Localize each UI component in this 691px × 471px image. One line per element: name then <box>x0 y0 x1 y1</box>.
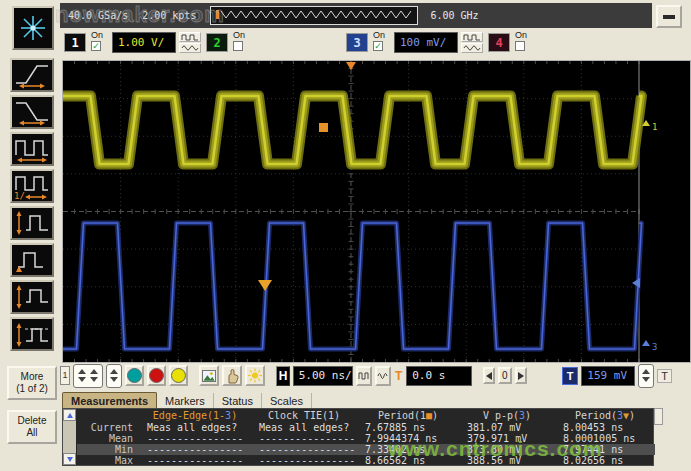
overshoot-icon <box>13 246 51 274</box>
measurement-value: 7.97441 ns <box>555 444 655 455</box>
sun-icon <box>247 367 263 384</box>
tab-measurements[interactable]: Measurements <box>62 392 157 408</box>
sample-rate: 40.0 GSa/s <box>68 10 128 21</box>
delete-all-button[interactable]: Delete All <box>7 410 57 444</box>
channel-2-on-toggle[interactable]: On <box>233 30 245 51</box>
channel-1-scale-buttons <box>179 32 201 53</box>
channel-1-button[interactable]: 1 <box>64 33 86 52</box>
channel-2-checkbox[interactable] <box>233 41 243 51</box>
frequency-icon: 1/ <box>13 172 51 200</box>
marker-color-teal-button[interactable] <box>125 365 144 386</box>
touch-button[interactable] <box>222 365 242 386</box>
measurement-value: 7.67885 ns <box>357 422 459 433</box>
left-arrow-icon <box>486 372 492 380</box>
zoom-mode-button[interactable] <box>356 366 372 386</box>
measurement-column-header[interactable]: Period(1■) <box>357 409 459 422</box>
position-zero-button[interactable]: 0 <box>498 367 512 384</box>
scroll-down-button[interactable] <box>63 453 76 465</box>
scroll-up-button[interactable] <box>63 409 76 421</box>
channel-1-checkbox[interactable]: ✓ <box>91 41 101 51</box>
channel-2-button[interactable]: 2 <box>206 33 228 52</box>
bandwidth: 6.00 GHz <box>430 10 478 21</box>
channel-3-checkbox[interactable]: ✓ <box>373 41 383 51</box>
vertical-scale-spinner[interactable] <box>106 364 123 388</box>
vmax-measure-button[interactable] <box>10 280 54 314</box>
more-measurements-button[interactable]: More (1 of 2) <box>7 366 57 400</box>
measurement-row: Min--------------------------------7.334… <box>77 444 655 455</box>
measurement-column-header[interactable]: Period(3▼) <box>555 409 655 422</box>
channel-3-fine-scale-button[interactable] <box>461 43 483 53</box>
channel-1-on-toggle[interactable]: On ✓ <box>91 30 103 51</box>
channel-4-checkbox[interactable] <box>515 41 525 51</box>
vpp-measure-button[interactable] <box>10 206 54 240</box>
preview-trigger-marker <box>216 10 219 19</box>
rise-time-measure-button[interactable] <box>10 58 54 92</box>
rise-time-icon <box>13 61 51 89</box>
display-brightness-button[interactable] <box>245 365 265 386</box>
horizontal-trigger-toolbar: 1 <box>60 363 672 388</box>
status-bar: 40.0 GSa/s 2.00 kpts 6.00 GHz <box>60 3 652 28</box>
measurement-column-header[interactable]: Clock TIE(1) <box>251 409 357 422</box>
preview-waveform-icon <box>211 7 415 22</box>
teal-circle-icon <box>127 368 142 383</box>
channel-1-coarse-scale-button[interactable] <box>179 32 201 42</box>
channel-3-coarse-scale-button[interactable] <box>461 32 483 42</box>
overshoot-measure-button[interactable] <box>10 243 54 277</box>
trigger-label: T <box>657 369 672 383</box>
acquisition-preview-bar[interactable] <box>210 6 418 25</box>
timebase-field[interactable]: 5.00 ns/ <box>293 366 354 386</box>
trigger-level-spinner[interactable] <box>638 364 654 388</box>
up-arrow-icon <box>67 413 73 418</box>
marker-color-yellow-button[interactable] <box>169 365 188 386</box>
measurement-value: Meas all edges? <box>139 422 251 433</box>
measurement-value: 8.02656 ns <box>555 455 655 466</box>
measurements-grid: Edge-Edge(1-3)Clock TIE(1)Period(1■)V p-… <box>77 409 655 466</box>
vavg-icon <box>13 320 51 348</box>
measurement-value: ---------------- <box>139 433 251 444</box>
measurement-value: ---------------- <box>251 444 357 455</box>
fall-time-measure-button[interactable] <box>10 95 54 129</box>
minimize-button[interactable] <box>656 5 682 28</box>
hand-icon <box>224 367 240 384</box>
waveform-display[interactable]: 13 <box>62 60 691 363</box>
tab-status[interactable]: Status <box>214 393 262 408</box>
measurement-column-header[interactable]: Edge-Edge(1-3) <box>139 409 251 422</box>
table-scroll-stub[interactable] <box>654 408 663 425</box>
sine-wave-icon <box>377 371 389 381</box>
trigger-menu-button[interactable]: T <box>562 367 579 385</box>
channel-3-button[interactable]: 3 <box>346 33 368 52</box>
position-right-button[interactable] <box>515 367 527 384</box>
sine-wave-icon <box>181 44 199 52</box>
position-left-button[interactable] <box>483 367 495 384</box>
starburst-icon <box>18 13 48 43</box>
waveform-mode-button[interactable] <box>375 366 391 386</box>
tab-markers[interactable]: Markers <box>157 393 214 408</box>
period-measure-button[interactable] <box>10 132 54 166</box>
channel-4-on-toggle[interactable]: On <box>515 30 527 51</box>
channel-1-fine-scale-button[interactable] <box>179 43 201 53</box>
measurement-column-header[interactable]: V p-p(3) <box>459 409 555 422</box>
vertical-position-spinners[interactable] <box>73 364 103 388</box>
horizontal-menu-button[interactable]: H <box>276 366 289 386</box>
vavg-measure-button[interactable] <box>10 317 54 351</box>
channel-1-scale-field[interactable]: 1.00 V/ <box>112 32 176 53</box>
vpp-icon <box>13 209 51 237</box>
waveform-canvas: 13 <box>63 61 690 362</box>
trigger-time-icon: T <box>394 369 403 383</box>
app-menu-button[interactable] <box>12 6 54 50</box>
square-wave-icon <box>463 33 481 41</box>
channel-4-button[interactable]: 4 <box>488 33 510 52</box>
svg-text:3: 3 <box>652 342 657 352</box>
frequency-measure-button[interactable]: 1/ <box>10 169 54 203</box>
marker-color-red-button[interactable] <box>147 365 166 386</box>
channel-3-on-toggle[interactable]: On ✓ <box>373 30 385 51</box>
table-scrollbar[interactable] <box>63 409 76 465</box>
measurement-row: CurrentMeas all edges?Meas all edges?7.6… <box>77 422 655 433</box>
delay-field[interactable]: 0.0 s <box>406 366 472 386</box>
square-wave-icon <box>181 33 199 41</box>
trigger-level-field[interactable]: 159 mV <box>581 366 635 386</box>
screen-capture-button[interactable] <box>199 365 219 386</box>
channel-3-scale-field[interactable]: 100 mV/ <box>394 32 458 53</box>
measurement-row-label: Mean <box>77 433 139 444</box>
tab-scales[interactable]: Scales <box>262 393 312 408</box>
